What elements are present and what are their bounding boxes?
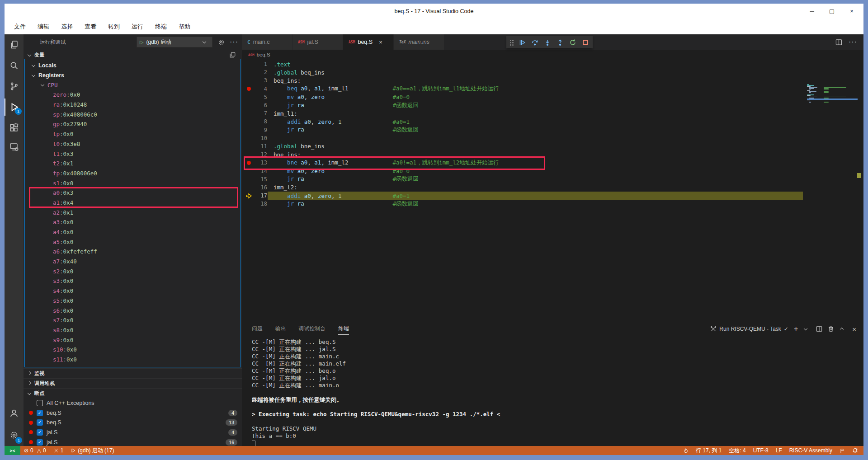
register-row[interactable]: s1: 0x0: [25, 178, 241, 188]
gutter[interactable]: [242, 87, 255, 91]
register-row[interactable]: gp: 0x27940: [25, 119, 241, 129]
split-editor-icon[interactable]: [835, 39, 842, 46]
menu-item-帮助[interactable]: 帮助: [173, 23, 196, 31]
notifications-button[interactable]: [849, 448, 863, 454]
breakpoint-row[interactable]: ✓jal.S4: [24, 427, 242, 437]
breakpoint-dot-icon[interactable]: [247, 161, 251, 165]
account-button[interactable]: [5, 405, 24, 422]
flame-status-icon[interactable]: [679, 448, 692, 454]
more-actions-icon[interactable]: ···: [849, 38, 857, 46]
register-row[interactable]: t0: 0x3e8: [25, 139, 241, 149]
code-line-10[interactable]: 10: [242, 134, 863, 142]
code-line-16[interactable]: 16imm_l2:: [242, 183, 863, 192]
sidebar-item-run-and-debug[interactable]: 1: [5, 99, 24, 116]
menu-item-转到[interactable]: 转到: [102, 23, 126, 31]
watch-section-header[interactable]: 监视: [24, 368, 242, 378]
close-panel-icon[interactable]: ×: [852, 325, 856, 333]
gutter[interactable]: [242, 161, 255, 165]
code-line-5[interactable]: 5 mv a0, zero #a0=0: [242, 93, 863, 101]
drag-handle-icon[interactable]: [510, 40, 511, 41]
close-button[interactable]: ×: [842, 4, 862, 19]
sidebar-item-remote-explorer[interactable]: [5, 138, 24, 155]
code-line-1[interactable]: 1.text: [242, 60, 863, 68]
code-line-11[interactable]: 11.global bne_ins: [242, 142, 863, 150]
register-row[interactable]: s9: 0x0: [25, 335, 241, 345]
breakpoint-row[interactable]: ✓jal.S16: [24, 437, 242, 446]
terminal-task-item[interactable]: Run RISCV-QEMU - Task ✓: [710, 326, 788, 332]
menu-item-终端[interactable]: 终端: [149, 23, 173, 31]
minimize-button[interactable]: ─: [802, 4, 822, 19]
menu-item-文件[interactable]: 文件: [8, 23, 32, 31]
code-line-4[interactable]: 4 beq a0, a1, imm_l1 #a0==a1，跳转到imm_l1地址…: [242, 85, 863, 93]
register-row[interactable]: t3: 0x0: [25, 364, 241, 367]
register-row[interactable]: a4: 0x0: [25, 227, 241, 237]
code-line-18[interactable]: 18 jr ra #函数返回: [242, 200, 863, 208]
code-line-7[interactable]: 7imm_l1:: [242, 109, 863, 117]
code-line-6[interactable]: 6 jr ra #函数返回: [242, 101, 863, 109]
panel-tab-问题[interactable]: 问题: [252, 324, 263, 335]
restart-button[interactable]: [569, 39, 576, 46]
code-line-14[interactable]: 14 mv a0, zero #a0=0: [242, 167, 863, 175]
callstack-section-header[interactable]: 调用堆栈: [24, 378, 242, 388]
code-line-2[interactable]: 2.global beq_ins: [242, 68, 863, 76]
encoding[interactable]: UTF-8: [750, 447, 772, 454]
title-bar[interactable]: beq.S - 17 - Visual Studio Code ─ ▢ ×: [5, 4, 863, 19]
code-editor[interactable]: 1.text2.global beq_ins3beq_ins:4 beq a0,…: [242, 60, 863, 322]
code-line-3[interactable]: 3beq_ins:: [242, 76, 863, 84]
debug-session-status[interactable]: (gdb) 启动 (17): [67, 446, 118, 455]
sidebar-item-search[interactable]: [5, 57, 24, 74]
eol-sequence[interactable]: LF: [772, 447, 786, 454]
gutter[interactable]: [242, 193, 255, 199]
breakpoint-dot-icon[interactable]: [247, 87, 251, 91]
menu-item-选择[interactable]: 选择: [55, 23, 79, 31]
sidebar-item-explorer[interactable]: [5, 36, 24, 53]
breadcrumb[interactable]: ASM beq.S: [242, 50, 863, 60]
register-row[interactable]: t2: 0x1: [25, 159, 241, 169]
code-line-8[interactable]: 8 addi a0, zero, 1 #a0=1: [242, 117, 863, 126]
register-row[interactable]: fp: 0x408006e0: [25, 169, 241, 178]
register-row[interactable]: s11: 0x0: [25, 355, 241, 365]
maximize-button[interactable]: ▢: [822, 4, 842, 19]
register-row[interactable]: s7: 0x0: [25, 315, 241, 325]
problems-status[interactable]: ⊘0 △0: [20, 446, 50, 455]
checkbox-checked[interactable]: ✓: [37, 419, 43, 426]
terminal-output[interactable]: CC -[M] 正在构建 ... beq.SCC -[M] 正在构建 ... j…: [252, 338, 859, 446]
register-row[interactable]: s5: 0x0: [25, 296, 241, 306]
code-line-15[interactable]: 15 jr ra #函数返回: [242, 175, 863, 183]
tree-row[interactable]: Registers: [25, 70, 241, 80]
breakpoint-row[interactable]: ✓beq.S13: [24, 418, 242, 427]
breakpoint-row[interactable]: ✓beq.S4: [24, 408, 242, 418]
variables-section-header[interactable]: 变量: [24, 50, 242, 60]
register-row[interactable]: s10: 0x0: [25, 345, 241, 355]
panel-tab-输出[interactable]: 输出: [275, 324, 286, 335]
gear-icon[interactable]: [218, 39, 225, 46]
tree-row[interactable]: CPU: [25, 80, 241, 90]
register-row[interactable]: sp: 0x408006c0: [25, 109, 241, 119]
register-row[interactable]: a1: 0x4: [25, 198, 241, 208]
stop-button[interactable]: [582, 39, 589, 46]
continue-button[interactable]: [519, 39, 526, 46]
checkbox-checked[interactable]: ✓: [37, 439, 43, 446]
register-row[interactable]: a7: 0x40: [25, 257, 241, 267]
cursor-position[interactable]: 行 17, 列 1: [692, 447, 725, 455]
feedback-button[interactable]: [836, 448, 849, 454]
code-line-17[interactable]: 17 addi a0, zero, 1 #a0=1: [242, 192, 863, 200]
start-debug-icon[interactable]: ▷: [140, 39, 143, 45]
panel-tab-调试控制台[interactable]: 调试控制台: [299, 324, 326, 335]
tab-main.ins[interactable]: TeXmain.ins: [394, 34, 444, 50]
register-row[interactable]: tp: 0x0: [25, 129, 241, 139]
maximize-panel-icon[interactable]: [840, 328, 844, 331]
breakpoints-section-header[interactable]: 断点: [24, 388, 242, 398]
register-row[interactable]: t1: 0x3: [25, 149, 241, 159]
checkbox-checked[interactable]: ✓: [37, 429, 43, 436]
checkbox-checked[interactable]: ✓: [37, 410, 43, 416]
panel-tab-终端[interactable]: 终端: [338, 324, 349, 335]
tab-beq.S[interactable]: ASMbeq.S×: [343, 34, 394, 50]
register-row[interactable]: a5: 0x0: [25, 237, 241, 247]
step-over-button[interactable]: [531, 39, 538, 46]
menu-item-运行[interactable]: 运行: [126, 23, 149, 31]
exceptions-row[interactable]: All C++ Exceptions: [24, 398, 242, 408]
sidebar-item-source-control[interactable]: [5, 78, 24, 95]
tab-main.c[interactable]: Cmain.c: [242, 34, 292, 50]
menu-item-查看[interactable]: 查看: [79, 23, 102, 31]
